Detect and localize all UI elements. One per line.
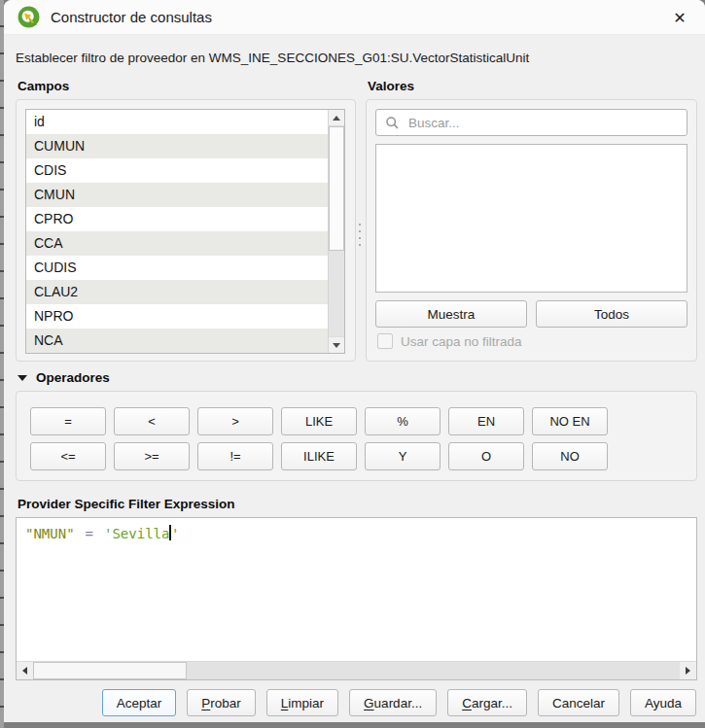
scroll-right-button[interactable] [680,662,696,679]
load-button[interactable]: Cargar... [447,689,527,716]
expression-horizontal-scrollbar[interactable] [17,661,696,679]
field-list-item[interactable]: id [26,110,328,134]
operator-button[interactable]: NO EN [532,407,608,435]
fields-vertical-scrollbar[interactable] [328,110,344,353]
values-buttons-row: Muestra Todos [375,300,687,328]
operator-button[interactable]: LIKE [281,407,357,435]
operators-grid: = < > LIKE % EN NO EN <= >= != ILIKE Y O… [30,407,608,470]
expression-operator-token: = [86,526,93,541]
field-list-item[interactable]: NPRO [26,304,328,329]
test-button[interactable]: Probar [187,689,256,716]
checkbox-box-icon [377,333,393,349]
provider-filter-subtitle: Establecer filtro de proveedor en WMS_IN… [16,51,529,65]
expression-string-token: 'Sevilla [104,526,169,541]
collapse-triangle-icon [18,375,27,381]
field-list-item[interactable]: CUDIS [26,256,328,280]
all-button[interactable]: Todos [536,300,687,328]
scrollbar-thumb[interactable] [329,126,344,251]
expression-code-line: "NMUN"='Sevilla' [25,525,179,541]
scroll-left-button[interactable] [17,662,33,679]
fields-section-label: Campos [18,79,69,93]
values-groupbox: Muestra Todos Usar capa no filtrada [366,99,697,362]
operator-button[interactable]: > [197,407,273,435]
scrollbar-track[interactable] [329,251,344,336]
close-icon[interactable]: ✕ [664,5,695,30]
values-section-label: Valores [368,79,414,93]
search-icon [385,116,400,130]
field-list-item[interactable]: CMUN [26,183,328,207]
field-list-item[interactable]: CPRO [26,207,328,231]
scrollbar-thumb[interactable] [33,662,187,679]
field-list-item[interactable]: CCA [26,231,328,256]
operators-collapse-header[interactable]: Operadores [18,370,110,385]
fields-groupbox: id CUMUN CDIS CMUN CPRO CCA CUDIS CLAU2 … [16,99,356,362]
scroll-up-icon [333,116,340,121]
field-list-item[interactable]: CUMUN [26,134,328,158]
operator-button[interactable]: ILIKE [281,442,357,470]
query-builder-dialog: Constructor de consultas ✕ Establecer fi… [4,0,705,722]
footer-buttons-row: Aceptar Probar Limpiar Guardar... Cargar… [4,689,696,716]
save-button[interactable]: Guardar... [349,689,437,716]
operator-button[interactable]: EN [448,407,524,435]
operator-button[interactable]: Y [365,442,441,470]
operator-button[interactable]: >= [114,442,190,470]
operator-button[interactable]: NO [532,442,608,470]
operator-button[interactable]: <= [30,442,106,470]
values-search-box[interactable] [375,109,687,136]
scroll-left-icon [22,667,27,675]
field-list-item[interactable]: CLAU2 [26,280,328,304]
clear-button[interactable]: Limpiar [266,689,338,716]
accept-button[interactable]: Aceptar [102,689,177,716]
scroll-down-icon [333,343,340,348]
expression-string-close-token: ' [171,526,179,541]
operator-button[interactable]: % [365,407,441,435]
checkbox-label: Usar capa no filtrada [401,334,522,349]
dialog-title: Constructor de consultas [51,9,212,25]
expression-field-token: "NMUN" [25,526,75,541]
help-button[interactable]: Ayuda [630,689,696,716]
values-list[interactable] [375,144,687,293]
filter-expression-editor[interactable]: "NMUN"='Sevilla' [16,517,697,680]
field-list-item[interactable]: NCA [26,329,328,353]
titlebar[interactable]: Constructor de consultas ✕ [4,0,705,35]
scroll-right-icon [686,667,690,675]
cancel-button[interactable]: Cancelar [538,689,619,716]
sample-button[interactable]: Muestra [375,300,527,328]
operator-button[interactable]: < [114,407,190,435]
search-input[interactable] [406,115,687,131]
operator-button[interactable]: O [448,442,524,470]
operator-button[interactable]: != [197,442,273,470]
qgis-logo-icon [17,5,41,29]
field-list-item[interactable]: CDIS [26,158,328,183]
use-unfiltered-layer-checkbox[interactable]: Usar capa no filtrada [377,333,522,349]
fields-rows: id CUMUN CDIS CMUN CPRO CCA CUDIS CLAU2 … [26,110,328,353]
operator-button[interactable]: = [30,407,106,435]
operators-section-label: Operadores [36,370,110,385]
splitter-handle[interactable] [359,224,361,250]
operators-groupbox: = < > LIKE % EN NO EN <= >= != ILIKE Y O… [16,391,697,481]
fields-list[interactable]: id CUMUN CDIS CMUN CPRO CCA CUDIS CLAU2 … [25,109,345,354]
scroll-up-button[interactable] [329,110,344,126]
expression-section-label: Provider Specific Filter Expression [18,497,235,511]
scroll-down-button[interactable] [329,336,344,353]
